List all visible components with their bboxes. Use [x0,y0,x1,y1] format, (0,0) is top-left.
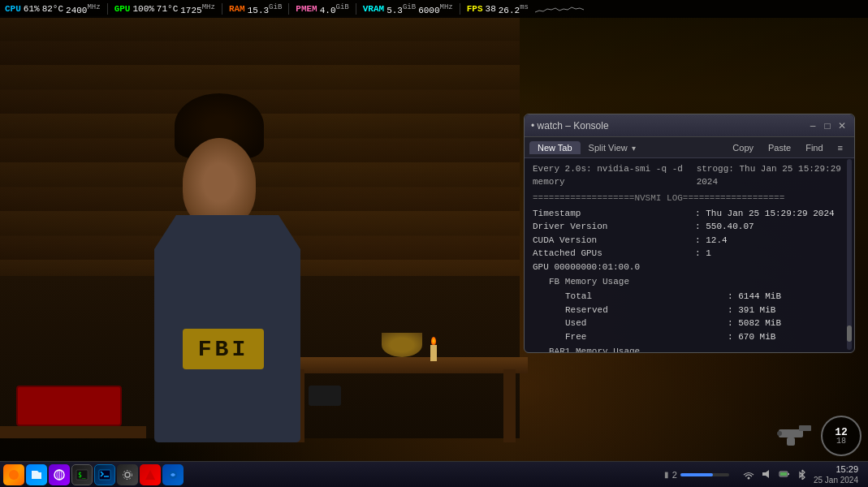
candle-flame [431,337,436,345]
bench [0,426,146,438]
taskbar: $_ ▮ 2 [0,461,868,487]
terminal-copy-button[interactable]: Copy [726,141,760,154]
terminal-scrollbar-thumb[interactable] [847,325,852,342]
svg-point-12 [125,472,130,477]
character-head [183,138,256,227]
terminal-driver-key: Driver Version [533,220,695,234]
hud-cpu: CPU 61% 82°C 2400MHz [5,3,101,15]
taskbar-plasma[interactable] [162,464,184,485]
tray-audio-icon[interactable] [760,468,773,481]
terminal-window-controls: – □ ✕ [807,120,848,131]
tray-battery-icon[interactable] [778,468,791,481]
gpu-freq: 1725MHz [180,3,215,15]
terminal-split-view[interactable]: Split View ▾ [582,141,644,154]
terminal-watch-cmd: Every 2.0s: nvidia-smi -q -d memory [533,163,697,189]
svg-point-4 [9,470,19,480]
terminal-driver-val: : 550.40.07 [695,220,754,234]
terminal-new-tab[interactable]: New Tab [529,141,581,154]
weapon-hud-icon [775,423,815,451]
terminal-paste-button[interactable]: Paste [762,141,797,154]
hud-ram: RAM 15.3GiB [229,3,282,15]
svg-rect-1 [799,425,811,431]
pmem-label: PMEM [296,4,317,14]
taskbar-konsole[interactable] [94,464,115,485]
fps-value: 38 [486,4,496,14]
terminal-timestamp-val: : Thu Jan 25 15:29:29 2024 [695,207,835,221]
desktop-bar-fill [680,473,713,476]
fps-sparkline [535,4,584,14]
gpu-label: GPU [114,4,131,14]
vram-label: VRAM [363,4,384,14]
terminal-menu-button[interactable]: ≡ [831,141,849,154]
terminal-fb-total-row: Total : 6144 MiB [533,290,846,304]
candle [430,345,437,361]
terminal-separator: ===================NVSMI LOG============… [533,192,846,205]
terminal-fb-used-row: Used : 5082 MiB [533,317,846,330]
tray-network-icon[interactable] [742,468,755,481]
ram-label: RAM [229,4,245,14]
terminal-close-button[interactable]: ✕ [836,120,848,131]
svg-marker-14 [145,470,155,480]
terminal-cuda-val: : 12.4 [695,234,728,248]
hud-divider-5 [460,3,460,15]
terminal-fb-free-key: Free [565,330,728,344]
character: FBI [138,134,317,442]
tray-time: 15:29 [814,463,858,475]
terminal-attached-row: Attached GPUs : 1 [533,247,846,261]
hud-fps: FPS 38 26.2ms [467,3,529,15]
desktop-number: ▮ [664,470,669,479]
hud-gpu: GPU 100% 71°C 1725MHz [114,3,215,15]
taskbar-firefox[interactable] [3,464,24,485]
taskbar-terminal[interactable]: $_ [71,464,93,485]
system-tray: 15:29 25 Jan 2024 [736,463,865,485]
shelf [284,357,528,373]
hud-pmem: PMEM 4.0GiB [296,3,348,15]
svg-marker-18 [766,470,769,478]
cpu-temp: 82°C [42,4,63,14]
terminal-cuda-row: CUDA Version : 12.4 [533,234,846,248]
terminal-maximize-button[interactable]: □ [822,120,833,131]
taskbar-settings[interactable] [117,464,138,485]
cpu-label: CPU [5,4,21,14]
terminal-title: • watch – Konsole [531,120,609,131]
terminal-fb-reserved-row: Reserved : 391 MiB [533,304,846,317]
terminal-window: • watch – Konsole – □ ✕ New Tab Split Vi… [524,114,855,353]
terminal-watch-header: Every 2.0s: nvidia-smi -q -d memory stro… [533,163,846,189]
terminal-fb-free-row: Free : 670 MiB [533,330,846,344]
hud-divider-2 [222,3,222,15]
svg-point-13 [123,470,132,479]
terminal-driver-row: Driver Version : 550.40.07 [533,220,846,234]
terminal-fb-used-val: : 5082 MiB [728,317,781,330]
svg-rect-21 [780,472,787,476]
terminal-titlebar: • watch – Konsole – □ ✕ [525,114,854,137]
ram-value: 15.3GiB [248,3,283,15]
vram-value: 5.3GiB [386,3,416,15]
svg-point-3 [777,431,782,436]
cpu-freq: 2400MHz [66,3,101,15]
tray-bluetooth-icon[interactable] [796,468,809,481]
svg-text:$_: $_ [78,472,86,479]
hud-divider-3 [288,3,289,15]
terminal-minimize-button[interactable]: – [807,120,818,131]
vram-freq: 6000MHz [418,3,453,15]
gpu-percent: 100% [132,4,153,14]
terminal-find-button[interactable]: Find [799,141,829,154]
taskbar-files[interactable] [26,464,47,485]
shelf-leg-right [503,369,516,442]
pmem-value: 4.0GiB [320,3,349,15]
weapon-in-hand [309,386,341,406]
taskbar-browser[interactable] [49,464,70,485]
cpu-percent: 61% [24,4,40,14]
svg-rect-17 [762,472,766,476]
svg-point-16 [747,477,749,480]
terminal-gpu-id-row: GPU 00000000:01:00.0 [533,261,846,274]
desktop-indicator: ▮ 2 [658,470,736,480]
svg-rect-2 [787,437,795,446]
terminal-scrollbar[interactable] [847,159,852,350]
taskbar-agent[interactable] [140,464,161,485]
terminal-cuda-key: CUDA Version [533,234,695,248]
terminal-fb-reserved-key: Reserved [565,304,728,317]
terminal-attached-key: Attached GPUs [533,247,695,261]
terminal-fb-total-val: : 6144 MiB [728,290,781,304]
hud-top-bar: CPU 61% 82°C 2400MHz GPU 100% 71°C 1725M… [0,0,868,18]
